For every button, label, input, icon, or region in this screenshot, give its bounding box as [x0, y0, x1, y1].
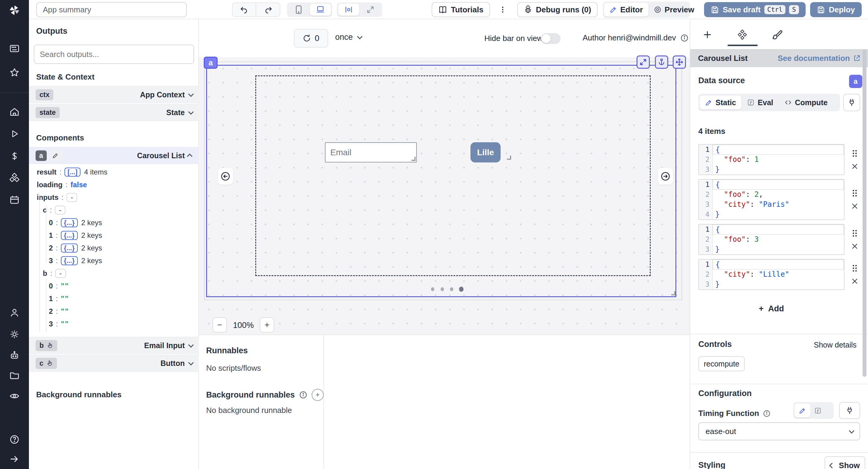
- state-row[interactable]: state State: [29, 104, 199, 121]
- carousel-dot[interactable]: [441, 287, 444, 291]
- chevron-down-icon[interactable]: [188, 342, 193, 347]
- search-outputs-input[interactable]: [34, 44, 194, 64]
- chevron-down-icon[interactable]: [188, 91, 193, 97]
- eval-tab[interactable]: Eval: [741, 96, 778, 110]
- timing-plug-button[interactable]: [839, 402, 860, 419]
- editor-mode-button[interactable]: Editor: [604, 3, 648, 17]
- zoom-in-button[interactable]: +: [260, 317, 274, 333]
- audit-eye-icon[interactable]: [9, 390, 20, 402]
- component-resize-handle[interactable]: [671, 291, 675, 295]
- delete-item-icon[interactable]: [851, 278, 858, 285]
- tree-expand-box[interactable]: -: [67, 193, 77, 202]
- carousel-inner-container[interactable]: [255, 75, 651, 276]
- workers-icon[interactable]: [9, 307, 20, 318]
- tree-row-0[interactable]: 0:"": [29, 280, 199, 292]
- delete-item-icon[interactable]: [851, 163, 858, 170]
- ai-robot-icon[interactable]: [9, 350, 20, 361]
- code-line[interactable]: "city": "Paris": [713, 199, 844, 210]
- recompute-button[interactable]: recompute: [698, 356, 745, 371]
- code-line[interactable]: "foo": 3: [713, 234, 844, 245]
- connect-plug-button[interactable]: [843, 94, 860, 111]
- info-icon[interactable]: [763, 410, 771, 417]
- tree-row-loading[interactable]: loading:false: [29, 179, 199, 191]
- resources-icon[interactable]: [9, 173, 20, 183]
- hide-bar-toggle[interactable]: [541, 33, 561, 44]
- code-line[interactable]: "foo": 2,: [713, 190, 844, 199]
- button-component[interactable]: Lille: [470, 142, 501, 162]
- favorites-star-icon[interactable]: [9, 67, 20, 78]
- more-menu-button[interactable]: [497, 4, 509, 16]
- carousel-dot-active[interactable]: [459, 287, 464, 292]
- apps-icon[interactable]: [9, 43, 20, 54]
- tree-expand-box[interactable]: -: [55, 269, 66, 278]
- styling-tab[interactable]: [770, 28, 784, 41]
- code-line[interactable]: {: [713, 180, 844, 190]
- resize-handle[interactable]: [507, 156, 511, 160]
- expand-sidebar-icon[interactable]: [9, 454, 20, 465]
- drag-handle-icon[interactable]: [851, 229, 858, 237]
- tree-row-1[interactable]: 1:{...}2 keys: [29, 229, 199, 242]
- add-background-runnable-button[interactable]: +: [312, 389, 324, 401]
- resize-handle[interactable]: [411, 157, 415, 161]
- tree-row-0[interactable]: 0:{...}2 keys: [29, 216, 199, 229]
- anchor-component-button[interactable]: [655, 56, 668, 69]
- compute-tab[interactable]: Compute: [779, 96, 833, 110]
- drag-handle-icon[interactable]: [851, 189, 858, 197]
- code-line[interactable]: "foo": 1: [713, 155, 844, 164]
- windmill-logo[interactable]: [8, 4, 21, 17]
- carousel-prev-button[interactable]: [218, 168, 233, 185]
- tree-row-inputs[interactable]: inputs:-: [29, 191, 199, 204]
- timing-function-select[interactable]: ease-out: [698, 422, 860, 440]
- selected-component-badge[interactable]: a: [204, 57, 218, 69]
- debug-runs-button[interactable]: Debug runs (0): [517, 2, 598, 17]
- redo-button[interactable]: [257, 3, 280, 16]
- code-line[interactable]: }: [713, 210, 844, 219]
- refresh-button[interactable]: 0: [294, 29, 328, 48]
- rename-pencil-icon[interactable]: [49, 150, 62, 161]
- fullwidth-layout-button[interactable]: [360, 4, 381, 16]
- email-component-row[interactable]: b Email Input: [29, 337, 199, 354]
- schedule-select[interactable]: once: [335, 33, 361, 42]
- centered-layout-button[interactable]: [338, 4, 359, 16]
- tree-row-3[interactable]: 3:{...}2 keys: [29, 254, 199, 267]
- code-line[interactable]: }: [713, 245, 844, 254]
- save-draft-button[interactable]: Save draft Ctrl S: [704, 2, 806, 17]
- app-summary-input[interactable]: [36, 2, 187, 17]
- carousel-dot[interactable]: [431, 287, 434, 291]
- show-details-link[interactable]: Show details: [814, 341, 857, 349]
- tree-row-result[interactable]: result:[...]4 items: [29, 166, 199, 179]
- add-item-button[interactable]: + Add: [698, 304, 844, 313]
- timing-static-tab[interactable]: [795, 404, 810, 417]
- move-component-button[interactable]: [673, 56, 686, 69]
- code-line[interactable]: {: [713, 145, 844, 155]
- tree-expand-box[interactable]: [...]: [64, 167, 81, 177]
- json-editor[interactable]: 123{ "foo": 3}: [698, 224, 844, 255]
- email-input-component[interactable]: Email: [325, 142, 417, 162]
- desktop-view-button[interactable]: [310, 4, 331, 16]
- carousel-component-row[interactable]: a Carousel List: [29, 147, 199, 164]
- app-canvas[interactable]: Email Lille a: [199, 57, 689, 335]
- chevron-down-icon[interactable]: [188, 109, 193, 115]
- variables-icon[interactable]: [9, 151, 20, 161]
- panel-scrollbar[interactable]: [863, 49, 867, 377]
- chevron-up-icon[interactable]: [187, 153, 192, 159]
- help-icon[interactable]: [9, 434, 20, 445]
- timing-eval-tab[interactable]: [810, 404, 825, 417]
- code-line[interactable]: }: [713, 279, 844, 289]
- tree-expand-box[interactable]: {...}: [61, 231, 78, 240]
- tree-expand-box[interactable]: {...}: [61, 256, 78, 265]
- see-documentation-link[interactable]: See documentation: [778, 54, 861, 63]
- drag-handle-icon[interactable]: [851, 264, 858, 272]
- home-icon[interactable]: [9, 107, 20, 118]
- delete-item-icon[interactable]: [851, 202, 858, 210]
- tutorials-button[interactable]: Tutorials: [432, 2, 490, 17]
- tree-row-c[interactable]: c:-: [29, 204, 199, 216]
- code-line[interactable]: {: [713, 224, 844, 234]
- chevron-down-icon[interactable]: [188, 360, 193, 365]
- tree-row-2[interactable]: 2:{...}2 keys: [29, 242, 199, 254]
- code-line[interactable]: "city": "Lille": [713, 270, 844, 279]
- json-editor[interactable]: 123{ "city": "Lille"}: [698, 259, 844, 290]
- tree-expand-box[interactable]: {...}: [61, 218, 78, 227]
- mobile-view-button[interactable]: [288, 4, 309, 16]
- settings-gear-icon[interactable]: [9, 329, 20, 340]
